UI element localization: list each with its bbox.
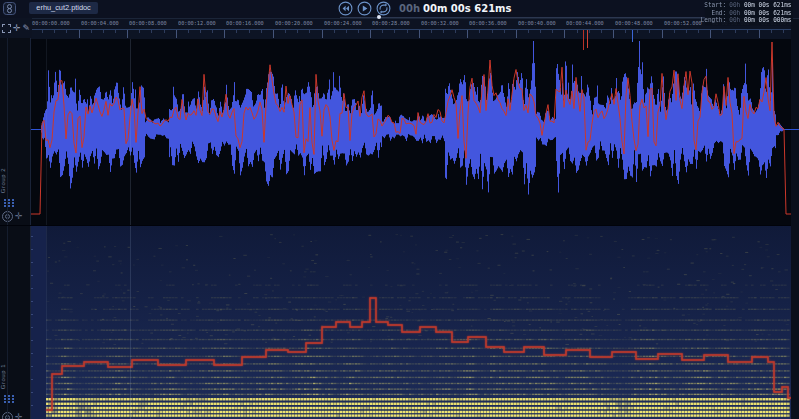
waveform-track-header[interactable]: Group 2 ✛ bbox=[0, 38, 31, 225]
ruler-label: 00:00:20.000 bbox=[275, 20, 313, 26]
ruler-tick bbox=[431, 30, 432, 33]
ruler-tick bbox=[346, 30, 347, 33]
ruler-tick bbox=[151, 30, 152, 33]
anchor-icon[interactable]: ✛ bbox=[15, 413, 23, 419]
blue-marker[interactable] bbox=[632, 30, 633, 42]
time-value: 00m 00s 621ms bbox=[423, 3, 511, 14]
ruler-tick bbox=[103, 30, 104, 33]
right-scrollbar[interactable] bbox=[791, 18, 799, 419]
length-dim: 00h bbox=[729, 17, 740, 24]
selection-end-row: End: 00h 00m 00s 621ms bbox=[706, 9, 791, 17]
selection-tool-icon[interactable] bbox=[2, 24, 11, 33]
start-value: 00m 00s 621ms bbox=[744, 2, 792, 9]
ruler-tick bbox=[127, 30, 128, 38]
end-label: End: bbox=[712, 9, 727, 17]
ruler-tick bbox=[212, 30, 213, 33]
ruler-tools: ✛ ✎ bbox=[0, 18, 32, 38]
loop-button[interactable] bbox=[376, 1, 391, 16]
section-guide-line bbox=[130, 29, 131, 419]
ruler-tick bbox=[492, 30, 493, 33]
ruler-tick bbox=[164, 30, 165, 33]
speaker-icon[interactable] bbox=[2, 211, 13, 222]
ruler-tick bbox=[552, 30, 553, 33]
ruler-tick bbox=[686, 30, 687, 33]
ruler-tick bbox=[176, 30, 177, 38]
red-marker-1[interactable] bbox=[583, 30, 584, 50]
grid-icon[interactable] bbox=[3, 198, 15, 208]
selection-length-row: Length: 00h 00m 00s 000ms bbox=[706, 17, 791, 25]
ruler-tick bbox=[601, 30, 602, 33]
ruler-tick bbox=[79, 30, 80, 38]
ruler-tick bbox=[358, 30, 359, 33]
ruler-tick bbox=[188, 30, 189, 33]
ruler-tick bbox=[747, 30, 748, 33]
timeline-tick-strip[interactable] bbox=[0, 29, 799, 39]
region-start-guide bbox=[46, 38, 47, 419]
rewind-button[interactable] bbox=[338, 1, 353, 16]
seek-slider[interactable] bbox=[340, 17, 715, 18]
ruler-tick bbox=[649, 30, 650, 33]
ruler-label: 00:00:44.000 bbox=[566, 20, 604, 26]
ruler-label: 00:00:12.000 bbox=[178, 20, 216, 26]
ruler-label: 00:00:04.000 bbox=[81, 20, 119, 26]
ruler-tick bbox=[516, 30, 517, 38]
ruler-tick bbox=[698, 30, 699, 33]
time-hours: 00h bbox=[399, 3, 420, 14]
ruler-tick bbox=[261, 30, 262, 33]
ruler-label: 00:00:00.000 bbox=[32, 20, 70, 26]
ruler-tick bbox=[382, 30, 383, 33]
ruler-label: 00:00:28.000 bbox=[372, 20, 410, 26]
red-marker-2[interactable] bbox=[587, 30, 588, 48]
ruler-tick bbox=[322, 30, 323, 38]
document-tab[interactable]: erhu_cut2.ptidoc bbox=[29, 2, 98, 14]
spectrogram-track: Group 1 ✛ bbox=[0, 226, 799, 419]
draw-tool-icon[interactable]: ✎ bbox=[23, 24, 31, 33]
ruler-label: 00:00:08.000 bbox=[129, 20, 167, 26]
ruler-tick bbox=[540, 30, 541, 33]
ruler-tick bbox=[54, 30, 55, 33]
ruler-tick bbox=[224, 30, 225, 38]
ruler-tick bbox=[419, 30, 420, 38]
ruler-label: 00:00:40.000 bbox=[518, 20, 556, 26]
move-tool-icon[interactable]: ✛ bbox=[13, 24, 21, 33]
selection-info-panel: Start: 00h 00m 00s 621ms End: 00h 00m 00… bbox=[705, 1, 793, 25]
center-line-stub bbox=[791, 129, 799, 130]
ruler-tick bbox=[334, 30, 335, 33]
ruler-tick bbox=[613, 30, 614, 38]
app-icon[interactable] bbox=[3, 2, 16, 15]
ruler-tick bbox=[710, 30, 711, 38]
ruler-tick bbox=[42, 30, 43, 33]
spectrogram-track-header[interactable]: Group 1 ✛ bbox=[0, 226, 31, 419]
spectrogram-canvas[interactable] bbox=[0, 226, 799, 419]
ruler-tick bbox=[479, 30, 480, 33]
start-dim: 00h bbox=[729, 2, 740, 9]
ruler-tick bbox=[66, 30, 67, 33]
ruler-label: 00:00:36.000 bbox=[469, 20, 507, 26]
ruler-tick bbox=[528, 30, 529, 33]
end-dim: 00h bbox=[729, 9, 740, 16]
ruler-label: 00:00:16.000 bbox=[226, 20, 264, 26]
ruler-tick bbox=[297, 30, 298, 33]
timeline-ruler[interactable]: 00:00:00.00000:00:04.00000:00:08.00000:0… bbox=[0, 18, 799, 29]
ruler-tick bbox=[91, 30, 92, 33]
ruler-tick bbox=[564, 30, 565, 38]
ruler-tick bbox=[589, 30, 590, 33]
waveform-canvas[interactable] bbox=[0, 38, 799, 225]
ruler-tick bbox=[722, 30, 723, 33]
ruler-tick bbox=[115, 30, 116, 33]
ruler-tick bbox=[735, 30, 736, 33]
ruler-label: 00:00:52.000 bbox=[664, 20, 702, 26]
seek-slider-handle[interactable] bbox=[377, 15, 381, 19]
transport-controls: 00h00m 00s 621ms bbox=[338, 1, 511, 16]
ruler-tick bbox=[370, 30, 371, 38]
ruler-tick bbox=[200, 30, 201, 33]
ruler-tick bbox=[249, 30, 250, 33]
speaker-icon[interactable] bbox=[2, 412, 13, 419]
ruler-tick bbox=[285, 30, 286, 33]
waveform-track: Group 2 ✛ bbox=[0, 38, 799, 225]
ruler-tick bbox=[577, 30, 578, 33]
ruler-tick bbox=[236, 30, 237, 33]
anchor-icon[interactable]: ✛ bbox=[15, 212, 23, 221]
play-button[interactable] bbox=[357, 1, 372, 16]
grid-icon[interactable] bbox=[3, 394, 15, 404]
